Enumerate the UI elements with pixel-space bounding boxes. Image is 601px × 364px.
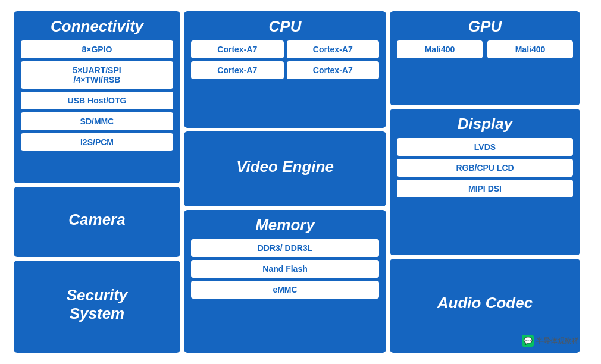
usb-item: USB Host/OTG	[21, 92, 173, 109]
video-engine-title: Video Engine	[236, 158, 334, 176]
i2s-item: I2S/PCM	[21, 133, 173, 151]
cpu-core-3: Cortex-A7	[191, 61, 284, 79]
rgb-item: RGB/CPU LCD	[397, 159, 573, 177]
cpu-core-4: Cortex-A7	[287, 61, 380, 79]
lvds-item: LVDS	[397, 138, 573, 156]
gpu-mali-1: Mali400	[397, 40, 483, 58]
security-title: Security System	[67, 286, 128, 323]
connectivity-title: Connectivity	[51, 17, 143, 36]
col-left: Connectivity 8×GPIO 5×UART/SPI /4×TWI/RS…	[14, 11, 180, 353]
camera-block: Camera	[14, 187, 180, 257]
watermark-text: 半导体观察稀	[536, 336, 579, 346]
gpu-grid: Mali400 Mali400	[397, 40, 573, 58]
display-title: Display	[458, 115, 513, 133]
diagram: Connectivity 8×GPIO 5×UART/SPI /4×TWI/RS…	[9, 7, 592, 357]
ddr3-item: DDR3/ DDR3L	[191, 239, 379, 257]
mipi-item: MIPI DSI	[397, 180, 573, 197]
diagram-wrapper: Connectivity 8×GPIO 5×UART/SPI /4×TWI/RS…	[9, 7, 592, 357]
gpu-mali-2: Mali400	[487, 40, 573, 58]
security-block: Security System	[14, 261, 180, 353]
cpu-core-2: Cortex-A7	[287, 40, 380, 58]
gpu-block: GPU Mali400 Mali400	[390, 11, 580, 105]
cpu-block: CPU Cortex-A7 Cortex-A7 Cortex-A7 Cortex…	[184, 11, 386, 128]
watermark: 💬 半导体观察稀	[522, 335, 579, 347]
camera-title: Camera	[68, 211, 125, 229]
col-right: GPU Mali400 Mali400 Display LVDS RGB/CPU…	[390, 11, 580, 353]
audio-codec-title: Audio Codec	[437, 294, 533, 312]
nand-flash-item: Nand Flash	[191, 260, 379, 278]
video-engine-block: Video Engine	[184, 131, 386, 207]
cpu-title: CPU	[269, 17, 302, 36]
wechat-icon: 💬	[522, 335, 534, 347]
memory-block: Memory DDR3/ DDR3L Nand Flash eMMC	[184, 210, 386, 353]
gpu-title: GPU	[468, 17, 502, 36]
cpu-grid: Cortex-A7 Cortex-A7 Cortex-A7 Cortex-A7	[191, 40, 379, 79]
uart-item: 5×UART/SPI /4×TWI/RSB	[21, 61, 173, 89]
connectivity-block: Connectivity 8×GPIO 5×UART/SPI /4×TWI/RS…	[14, 11, 180, 183]
sd-item: SD/MMC	[21, 112, 173, 130]
cpu-core-1: Cortex-A7	[191, 40, 284, 58]
display-block: Display LVDS RGB/CPU LCD MIPI DSI	[390, 109, 580, 255]
gpio-item: 8×GPIO	[21, 40, 173, 58]
memory-title: Memory	[255, 216, 315, 234]
emmc-item: eMMC	[191, 281, 379, 299]
col-center: CPU Cortex-A7 Cortex-A7 Cortex-A7 Cortex…	[184, 11, 386, 353]
